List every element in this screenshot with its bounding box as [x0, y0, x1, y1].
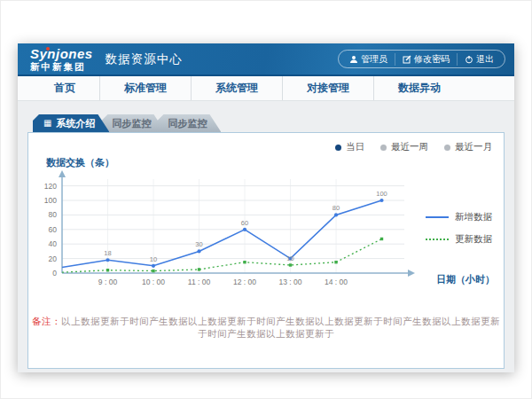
svg-text:100: 100: [44, 196, 57, 205]
legend-line-swatch: [426, 216, 449, 218]
nav-item[interactable]: 数据异动: [373, 76, 465, 100]
svg-text:10 : 00: 10 : 00: [142, 278, 165, 286]
svg-text:10: 10: [150, 255, 157, 263]
nav-item[interactable]: 首页: [30, 76, 99, 100]
footnote-prefix: 备注：: [32, 316, 61, 326]
page-title: 数据资源中心: [106, 51, 183, 67]
radio-dot-icon: [444, 145, 450, 151]
line-chart: 0204060801001209 : 0010 : 0011 : 0012 : …: [28, 168, 427, 299]
svg-text:0: 0: [52, 269, 57, 278]
legend-line-swatch: [426, 239, 449, 240]
legend-item[interactable]: 更新数据: [426, 233, 492, 246]
nav-item[interactable]: 对接管理: [282, 76, 373, 100]
app-header: Synjones 新中新集团 数据资源中心 管理员修改密码退出: [18, 43, 514, 76]
svg-text:60: 60: [49, 225, 58, 234]
time-filter-option[interactable]: 最近一周: [380, 141, 428, 153]
svg-text:10: 10: [286, 254, 293, 262]
svg-text:12 : 00: 12 : 00: [233, 278, 256, 286]
system-intro-panel: 当日最近一周最近一月 数据交换（条） 0204060801001209 : 00…: [27, 132, 505, 369]
main-nav: 首页标准管理系统管理对接管理数据异动: [18, 76, 514, 101]
logo-accent-dot: [46, 47, 50, 51]
svg-text:120: 120: [44, 182, 57, 191]
svg-text:9 : 00: 9 : 00: [98, 278, 118, 286]
screenshot-stage: Synjones 新中新集团 数据资源中心 管理员修改密码退出 首页标准管理系统…: [0, 0, 532, 399]
footnote-text: 以上数据更新于时间产生数据以上数据更新于时间产生数据以上数据更新于时间产生数据以…: [61, 316, 500, 339]
radio-dot-icon: [335, 145, 341, 151]
power-icon: [465, 55, 473, 64]
svg-text:100: 100: [376, 190, 387, 198]
time-filter-option[interactable]: 最近一月: [444, 141, 492, 153]
logo-text: Synjones: [30, 47, 93, 60]
user-menu-power[interactable]: 退出: [457, 53, 501, 66]
nav-item[interactable]: 系统管理: [191, 76, 282, 100]
content-area: ▦系统介绍同步监控同步监控 当日最近一周最近一月 数据交换（条） 0204060…: [18, 101, 514, 372]
nav-item[interactable]: 标准管理: [99, 76, 191, 100]
user-menu-edit[interactable]: 修改密码: [395, 53, 457, 66]
user-icon: [349, 55, 358, 64]
svg-text:80: 80: [49, 210, 58, 219]
legend-item[interactable]: 新增数据: [426, 211, 492, 223]
chart-y-axis-title: 数据交换（条）: [46, 156, 114, 169]
tab-inactive[interactable]: 同步监控: [157, 114, 221, 132]
time-filter-option[interactable]: 当日: [335, 141, 364, 153]
tab-inactive[interactable]: 同步监控: [101, 114, 165, 132]
company-logo: Synjones 新中新集团: [30, 47, 93, 72]
svg-text:60: 60: [241, 219, 248, 227]
edit-icon: [403, 55, 411, 64]
svg-text:11 : 00: 11 : 00: [188, 278, 211, 286]
svg-text:14 : 00: 14 : 00: [325, 278, 348, 286]
user-menu: 管理员修改密码退出: [338, 50, 505, 68]
svg-text:18: 18: [104, 249, 111, 257]
svg-text:20: 20: [49, 254, 58, 263]
user-menu-user[interactable]: 管理员: [342, 53, 395, 66]
grid-icon: ▦: [43, 119, 51, 128]
svg-text:13 : 00: 13 : 00: [279, 278, 302, 286]
svg-text:30: 30: [195, 240, 202, 248]
svg-text:40: 40: [49, 239, 58, 248]
time-filter: 当日最近一周最近一月: [335, 141, 492, 153]
tab-bar: ▦系统介绍同步监控同步监控: [33, 114, 221, 132]
logo-subtext: 新中新集团: [30, 62, 93, 72]
tab-active[interactable]: ▦系统介绍: [33, 114, 109, 132]
radio-dot-icon: [380, 145, 387, 151]
chart-legend: 新增数据更新数据: [426, 211, 492, 246]
svg-text:80: 80: [332, 204, 340, 212]
footnote: 备注：以上数据更新于时间产生数据以上数据更新于时间产生数据以上数据更新于时间产生…: [28, 316, 504, 340]
app-window: Synjones 新中新集团 数据资源中心 管理员修改密码退出 首页标准管理系统…: [18, 43, 514, 372]
chart-x-axis-title: 日期（小时）: [436, 273, 495, 286]
